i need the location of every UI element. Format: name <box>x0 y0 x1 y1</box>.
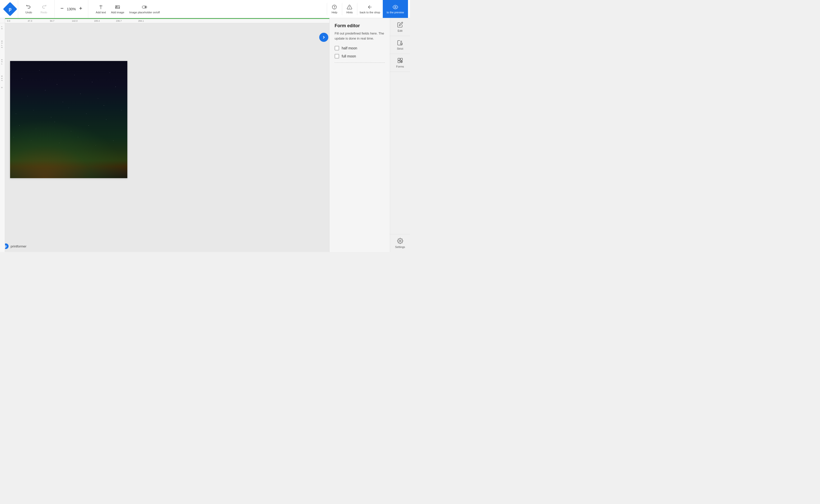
hints-label: Hints <box>346 11 353 14</box>
forms-label: Forms <box>396 65 404 68</box>
undo-button[interactable]: Undo <box>21 3 36 15</box>
svg-point-12 <box>349 8 350 8</box>
sidebar-icons: Edit Strict <box>390 18 410 252</box>
redo-icon <box>41 4 47 10</box>
stars-layer <box>10 61 127 178</box>
settings-icon <box>397 238 403 244</box>
zoom-minus-icon <box>60 6 64 11</box>
redo-button[interactable]: Redo <box>36 3 51 15</box>
ruler-tick-4: 189.4 <box>94 20 100 22</box>
ruler-corner <box>0 18 5 23</box>
toolbar: p Undo Redo 130% <box>0 0 410 18</box>
to-preview-label: to the preview <box>387 11 404 14</box>
add-image-button[interactable]: Add image <box>108 3 127 15</box>
logo-icon: p <box>9 6 11 12</box>
full-moon-label: full moon <box>342 54 356 58</box>
hints-button[interactable]: Hints <box>342 3 357 15</box>
back-to-shop-button[interactable]: back to the shop <box>357 3 383 15</box>
full-moon-field-row: full moon <box>334 54 385 58</box>
image-placeholder-button[interactable]: Image placeholder on/off <box>127 3 162 15</box>
help-icon <box>331 4 337 10</box>
ruler-green-line <box>5 18 329 19</box>
edit-icon <box>397 22 403 28</box>
svg-rect-7 <box>142 6 147 8</box>
form-editor-description: Fill out predefined fields here. The upd… <box>334 31 385 41</box>
ruler-tick-5: 236.7 <box>116 20 122 22</box>
sidebar-item-edit[interactable]: Edit <box>390 18 410 36</box>
svg-point-6 <box>116 6 117 7</box>
ruler-tick-3: 142.0 <box>72 20 78 22</box>
logo-diamond: p <box>3 2 17 16</box>
ruler-left: 7 3 8 4 7 3 9 4 7 8 4 2 0 <box>0 18 5 252</box>
help-label: Help <box>331 11 337 14</box>
zoom-plus-icon <box>78 6 83 11</box>
undo-icon <box>26 4 32 10</box>
svg-point-8 <box>145 6 146 8</box>
chevron-right-button[interactable] <box>319 33 328 42</box>
half-moon-label: half moon <box>342 46 357 50</box>
half-moon-field-row: half moon <box>334 46 385 50</box>
canvas-area: 0.0 47.3 94.7 142.0 189.4 236.7 284.1 7 … <box>0 18 329 252</box>
redo-label: Redo <box>41 11 47 14</box>
ruler-top: 0.0 47.3 94.7 142.0 189.4 236.7 284.1 <box>5 18 329 23</box>
toolbar-right: Help Hints back to the shop to the previ… <box>327 0 408 18</box>
footer-logo-letter: p <box>5 244 7 248</box>
chevron-right-icon <box>321 35 326 40</box>
svg-rect-16 <box>398 58 400 60</box>
back-to-shop-label: back to the shop <box>360 11 380 14</box>
zoom-plus-button[interactable] <box>77 5 84 13</box>
preview-icon <box>392 4 398 10</box>
main-layout: 0.0 47.3 94.7 142.0 189.4 236.7 284.1 7 … <box>0 18 410 252</box>
form-divider <box>334 62 385 63</box>
hints-icon <box>347 4 352 10</box>
brand-name: printformer <box>11 244 26 248</box>
footer-logo: p printformer <box>3 243 26 249</box>
half-moon-checkbox[interactable] <box>334 46 339 50</box>
sidebar-item-strict[interactable]: Strict <box>390 36 410 54</box>
svg-point-9 <box>332 5 336 9</box>
ruler-tick-6: 284.1 <box>138 20 144 22</box>
image-placeholder-label: Image placeholder on/off <box>129 11 160 14</box>
ruler-tick-1: 47.3 <box>28 20 32 22</box>
add-image-icon <box>115 4 120 10</box>
zoom-value: 130% <box>67 7 76 11</box>
image-placeholder-icon <box>142 4 147 10</box>
right-panel: Form editor Fill out predefined fields h… <box>329 18 410 252</box>
ruler-tick-2: 94.7 <box>50 20 54 22</box>
form-editor-title: Form editor <box>334 23 385 28</box>
strict-icon <box>397 40 403 46</box>
svg-point-14 <box>394 6 396 8</box>
add-text-label: Add text <box>96 11 106 14</box>
strict-label: Strict <box>397 47 403 50</box>
add-text-icon <box>98 4 104 10</box>
ruler-tick-0: 0.0 <box>7 20 10 22</box>
canvas-image <box>10 61 127 178</box>
canvas-content <box>5 23 329 252</box>
help-button[interactable]: Help <box>327 3 342 15</box>
sidebar-item-forms[interactable]: Forms <box>390 54 410 72</box>
back-to-shop-icon <box>367 4 373 10</box>
zoom-minus-button[interactable] <box>59 5 65 13</box>
svg-rect-15 <box>400 43 402 44</box>
to-preview-button[interactable]: to the preview <box>383 0 408 18</box>
svg-rect-18 <box>398 61 400 63</box>
canvas-paper <box>10 61 127 178</box>
form-editor-panel: Form editor Fill out predefined fields h… <box>329 18 390 252</box>
undo-label: Undo <box>25 11 32 14</box>
svg-point-22 <box>399 240 401 242</box>
forms-icon <box>397 57 403 64</box>
sidebar-item-settings[interactable]: Settings <box>390 234 410 252</box>
svg-rect-17 <box>400 58 402 60</box>
settings-label: Settings <box>395 245 405 248</box>
undo-group: Undo Redo <box>18 0 55 18</box>
full-moon-checkbox[interactable] <box>334 54 339 58</box>
center-tools: Add text Add image Image placeholder on/… <box>93 0 162 18</box>
add-image-label: Add image <box>111 11 124 14</box>
add-text-button[interactable]: Add text <box>93 3 108 15</box>
logo[interactable]: p <box>2 0 18 18</box>
edit-label: Edit <box>397 29 402 32</box>
zoom-group: 130% <box>55 0 88 18</box>
